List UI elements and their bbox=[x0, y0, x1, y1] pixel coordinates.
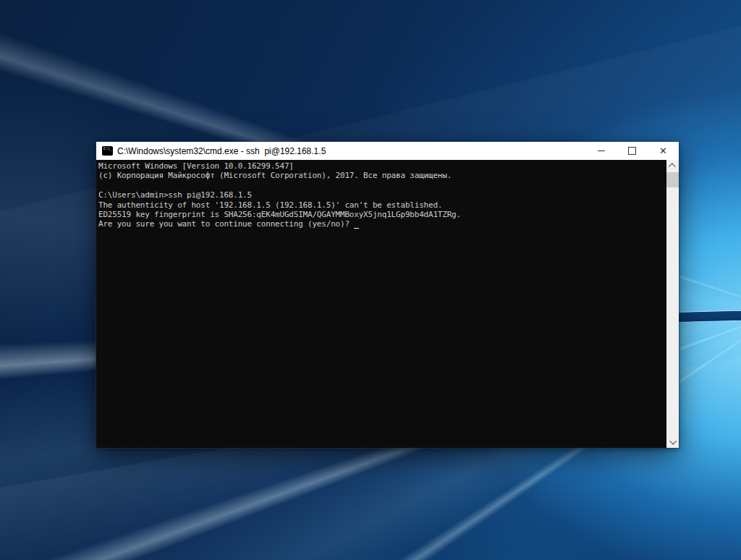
console-line: (c) Корпорация Майкрософт (Microsoft Cor… bbox=[98, 171, 664, 180]
console-viewport[interactable]: Microsoft Windows [Version 10.0.16299.54… bbox=[96, 160, 679, 448]
minimize-icon bbox=[598, 150, 605, 151]
console-line: ED25519 key fingerprint is SHA256:qEK4mU… bbox=[98, 210, 664, 219]
minimize-button[interactable] bbox=[585, 142, 617, 160]
console-prompt-line: Are you sure you want to continue connec… bbox=[98, 219, 664, 229]
console-line: C:\Users\admin>ssh pi@192.168.1.5 bbox=[98, 190, 664, 200]
window-title: C:\Windows\system32\cmd.exe - ssh pi@192… bbox=[117, 146, 585, 156]
console-line: Microsoft Windows [Version 10.0.16299.54… bbox=[98, 161, 664, 171]
maximize-button[interactable] bbox=[617, 142, 648, 160]
window-controls: ✕ bbox=[585, 142, 679, 160]
screen: C:\_ C:\Windows\system32\cmd.exe - ssh p… bbox=[0, 0, 741, 560]
chevron-down-icon bbox=[669, 438, 677, 445]
chevron-up-icon bbox=[669, 163, 676, 170]
maximize-icon bbox=[628, 147, 636, 155]
cmd-window: C:\_ C:\Windows\system32\cmd.exe - ssh p… bbox=[96, 142, 679, 448]
titlebar[interactable]: C:\_ C:\Windows\system32\cmd.exe - ssh p… bbox=[96, 142, 679, 160]
prompt-text: Are you sure you want to continue connec… bbox=[98, 219, 354, 229]
console-line: The authenticity of host '192.168.1.5 (1… bbox=[98, 200, 664, 210]
wallpaper-window-band bbox=[670, 311, 741, 323]
scroll-up-button[interactable] bbox=[666, 160, 679, 172]
scroll-down-button[interactable] bbox=[666, 436, 679, 448]
cmd-icon: C:\_ bbox=[102, 146, 113, 156]
scrollbar[interactable] bbox=[666, 160, 679, 448]
close-button[interactable]: ✕ bbox=[648, 142, 679, 160]
text-cursor: _ bbox=[354, 219, 358, 229]
console-output: Microsoft Windows [Version 10.0.16299.54… bbox=[98, 161, 664, 229]
scrollbar-thumb[interactable] bbox=[666, 172, 679, 187]
console-line bbox=[98, 181, 664, 190]
